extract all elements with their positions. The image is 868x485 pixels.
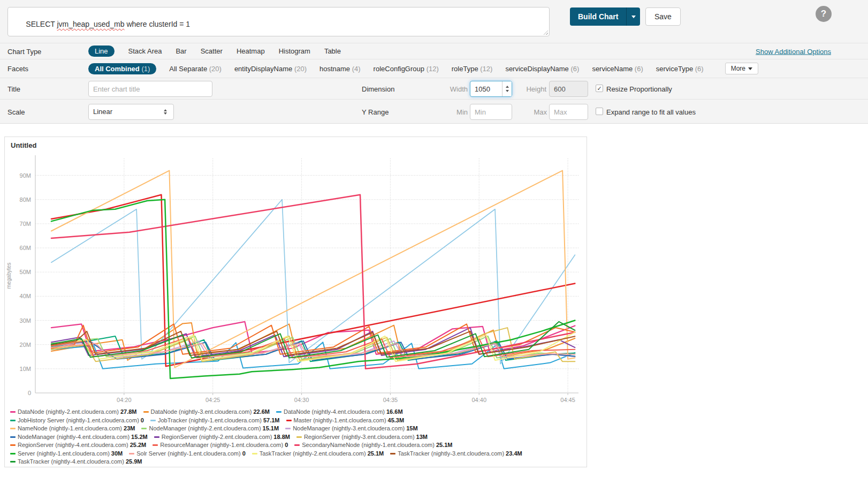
chart-type-option-heatmap[interactable]: Heatmap xyxy=(237,47,265,55)
svg-text:40M: 40M xyxy=(20,293,31,299)
legend-item: DataNode (nightly-2.ent.cloudera.com)27.… xyxy=(10,408,137,416)
legend-item: RegionServer (nightly-3.ent.cloudera.com… xyxy=(296,433,428,442)
legend-item: NodeManager (nightly-2.ent.cloudera.com)… xyxy=(141,425,279,433)
facet-option-roleconfiggroup[interactable]: roleConfigGroup (12) xyxy=(374,65,439,73)
svg-text:10M: 10M xyxy=(20,366,31,372)
facet-option-all-separate[interactable]: All Separate (20) xyxy=(169,65,222,73)
scale-label: Scale xyxy=(7,108,25,116)
legend-series-name: SecondaryNameNode (nightly-1.ent.clouder… xyxy=(302,442,435,448)
chart-type-option-scatter[interactable]: Scatter xyxy=(201,47,223,55)
legend-series-name: Master (nightly-1.ent.cloudera.com) xyxy=(294,417,386,423)
expand-range-checkbox[interactable] xyxy=(596,108,603,115)
resize-proportionally-label: Resize Proportionally xyxy=(606,85,672,93)
query-predicate: where clusterId = 1 xyxy=(125,20,191,28)
facet-option-servicename[interactable]: serviceName (6) xyxy=(592,65,643,73)
legend-swatch-icon xyxy=(10,420,16,421)
dimension-label: Dimension xyxy=(362,85,394,93)
build-chart-menu-button[interactable] xyxy=(626,7,640,26)
legend-item: Server (nightly-1.ent.cloudera.com)30M xyxy=(10,450,123,458)
legend-series-value: 0 xyxy=(242,450,246,457)
legend-swatch-icon xyxy=(10,411,16,413)
legend-swatch-icon xyxy=(390,453,395,454)
scale-select-value: Linear xyxy=(93,108,112,116)
legend-item: DataNode (nightly-4.ent.cloudera.com)16.… xyxy=(276,408,403,416)
legend-swatch-icon xyxy=(276,411,281,413)
chart-title-input[interactable] xyxy=(88,81,212,97)
legend-series-value: 25.1M xyxy=(368,450,384,457)
y-max-input[interactable] xyxy=(549,104,588,120)
legend-series-value: 57.1M xyxy=(263,417,280,423)
facet-option-entitydisplayname[interactable]: entityDisplayName (20) xyxy=(234,65,307,73)
width-stepper[interactable] xyxy=(502,81,512,96)
chart-type-option-histogram[interactable]: Histogram xyxy=(279,47,310,55)
chart-type-option-table[interactable]: Table xyxy=(324,47,341,55)
chevron-down-icon xyxy=(631,16,636,18)
facet-options: All Combined (1)All Separate (20)entityD… xyxy=(88,59,758,78)
svg-text:04:30: 04:30 xyxy=(294,397,309,403)
legend-item: JobTracker (nightly-1.ent.cloudera.com)5… xyxy=(150,416,280,425)
show-additional-options-link[interactable]: Show Additional Options xyxy=(756,47,831,55)
facet-option-servicedisplayname[interactable]: serviceDisplayName (6) xyxy=(505,65,579,73)
legend-series-value: 15M xyxy=(406,425,417,431)
build-chart-button[interactable]: Build Chart xyxy=(570,7,626,26)
textarea-resize-grip[interactable] xyxy=(543,29,548,35)
line-chart[interactable]: 010M20M30M40M50M60M70M80M90M04:2004:2504… xyxy=(5,151,584,421)
chart-type-option-stack-area[interactable]: Stack Area xyxy=(128,47,162,55)
legend-series-value: 13M xyxy=(416,434,428,440)
chart-title: Untitled xyxy=(11,141,36,149)
legend-series-name: RegionServer (nightly-2.ent.cloudera.com… xyxy=(162,434,272,440)
legend-series-name: DataNode (nightly-3.ent.cloudera.com) xyxy=(151,408,252,415)
legend-series-value: 23M xyxy=(124,425,135,431)
legend-series-name: TaskTracker (nightly-4.ent.cloudera.com) xyxy=(18,458,124,465)
legend-swatch-icon xyxy=(141,428,147,429)
facet-option-servicetype[interactable]: serviceType (6) xyxy=(656,65,704,73)
legend-series-name: DataNode (nightly-2.ent.cloudera.com) xyxy=(18,408,119,415)
legend-series-name: DataNode (nightly-4.ent.cloudera.com) xyxy=(284,408,385,415)
svg-text:0: 0 xyxy=(28,390,31,396)
svg-text:04:45: 04:45 xyxy=(560,397,575,403)
legend-swatch-icon xyxy=(286,420,292,421)
facet-option-all-combined[interactable]: All Combined (1) xyxy=(88,63,156,74)
chart-type-row: Chart Type LineStack AreaBarScatterHeatm… xyxy=(0,43,868,59)
chart-type-option-line[interactable]: Line xyxy=(88,46,115,57)
save-button[interactable]: Save xyxy=(645,7,681,26)
legend-item: NodeManager (nightly-3.ent.cloudera.com)… xyxy=(285,425,418,433)
resize-proportionally-checkbox[interactable]: ✓ xyxy=(596,85,603,92)
chart-type-option-bar[interactable]: Bar xyxy=(176,47,186,55)
legend-series-name: NodeManager (nightly-2.ent.cloudera.com) xyxy=(149,425,261,431)
scale-select[interactable]: Linear xyxy=(88,104,174,120)
y-min-input[interactable] xyxy=(470,104,512,120)
legend-series-name: JobTracker (nightly-1.ent.cloudera.com) xyxy=(158,417,262,423)
svg-text:80M: 80M xyxy=(20,196,31,203)
facet-option-roletype[interactable]: roleType (12) xyxy=(452,65,493,73)
svg-text:04:25: 04:25 xyxy=(205,397,220,403)
query-metric: jvm_heap_used_mb xyxy=(57,20,124,28)
title-row: Title Dimension Width Height ✓ Resize Pr… xyxy=(0,78,868,99)
select-arrows-icon xyxy=(164,109,167,115)
facet-option-hostname[interactable]: hostname (4) xyxy=(319,65,361,73)
query-select-keyword: SELECT xyxy=(26,20,57,28)
legend-swatch-icon xyxy=(10,444,16,446)
legend-swatch-icon xyxy=(252,453,257,454)
tsquery-input[interactable]: SELECT jvm_heap_used_mb where clusterId … xyxy=(7,7,550,36)
legend-series-value: 25.9M xyxy=(126,458,142,465)
legend-swatch-icon xyxy=(150,420,156,421)
stepper-down-icon[interactable] xyxy=(506,90,509,92)
legend-item: SecondaryNameNode (nightly-1.ent.clouder… xyxy=(294,441,452,450)
scale-row: Scale Linear Y Range Min Max Expand rang… xyxy=(0,99,868,124)
expand-range-label: Expand range to fit all values xyxy=(606,108,696,116)
legend-series-name: Server (nightly-1.ent.cloudera.com) xyxy=(18,450,110,457)
facets-more-button[interactable]: More xyxy=(725,63,758,74)
min-label: Min xyxy=(445,108,468,116)
legend-swatch-icon xyxy=(294,444,300,446)
max-label: Max xyxy=(524,108,547,116)
legend-item: TaskTracker (nightly-3.ent.cloudera.com)… xyxy=(390,450,522,458)
legend-item: RegionServer (nightly-2.ent.cloudera.com… xyxy=(154,433,290,442)
chart-preview-card: Untitled 010M20M30M40M50M60M70M80M90M04:… xyxy=(4,137,587,467)
legend-series-name: NodeManager (nightly-4.ent.cloudera.com) xyxy=(18,434,130,440)
help-icon[interactable]: ? xyxy=(816,6,832,22)
stepper-up-icon[interactable] xyxy=(506,86,509,88)
facets-row: Facets All Combined (1)All Separate (20)… xyxy=(0,59,868,78)
legend-series-name: Solr Server (nightly-1.ent.cloudera.com) xyxy=(136,450,240,457)
legend-series-value: 25.1M xyxy=(436,442,453,448)
